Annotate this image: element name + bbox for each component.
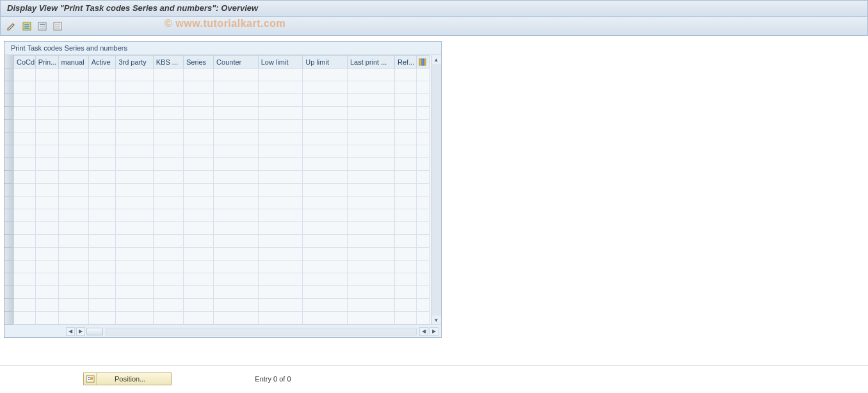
table-cell[interactable] xyxy=(303,132,348,145)
row-selector[interactable] xyxy=(4,261,13,273)
table-cell[interactable] xyxy=(153,248,183,261)
row-selector[interactable] xyxy=(4,68,13,81)
table-row[interactable] xyxy=(14,184,430,196)
table-cell[interactable] xyxy=(35,132,58,145)
table-cell[interactable] xyxy=(395,299,417,312)
table-cell[interactable] xyxy=(214,235,259,248)
table-cell[interactable] xyxy=(183,120,213,132)
table-cell[interactable] xyxy=(347,81,394,94)
table-cell[interactable] xyxy=(258,222,303,235)
table-cell[interactable] xyxy=(303,120,348,132)
column-header[interactable]: Active xyxy=(88,56,116,68)
table-cell[interactable] xyxy=(35,235,58,248)
table-cell[interactable] xyxy=(395,286,417,299)
table-cell[interactable] xyxy=(416,222,429,235)
table-row[interactable] xyxy=(14,196,430,209)
table-cell[interactable] xyxy=(153,299,183,312)
table-cell[interactable] xyxy=(58,273,88,286)
table-cell[interactable] xyxy=(395,184,417,196)
table-row[interactable] xyxy=(14,209,430,222)
table-cell[interactable] xyxy=(14,132,36,145)
table-cell[interactable] xyxy=(347,184,394,196)
table-cell[interactable] xyxy=(153,171,183,184)
deselect-all-icon[interactable] xyxy=(52,20,63,32)
table-cell[interactable] xyxy=(116,299,153,312)
table-cell[interactable] xyxy=(395,94,417,107)
table-cell[interactable] xyxy=(88,120,116,132)
table-cell[interactable] xyxy=(214,299,259,312)
table-row[interactable] xyxy=(14,222,430,235)
table-cell[interactable] xyxy=(88,286,116,299)
table-cell[interactable] xyxy=(116,107,153,120)
table-cell[interactable] xyxy=(58,261,88,273)
table-cell[interactable] xyxy=(153,107,183,120)
table-cell[interactable] xyxy=(258,184,303,196)
table-cell[interactable] xyxy=(416,81,429,94)
table-cell[interactable] xyxy=(395,68,417,81)
table-cell[interactable] xyxy=(35,81,58,94)
table-row[interactable] xyxy=(14,107,430,120)
horizontal-scrollbar[interactable]: ◀ ▶ ◀ ▶ xyxy=(4,325,441,337)
table-cell[interactable] xyxy=(347,196,394,209)
table-cell[interactable] xyxy=(116,312,153,325)
table-cell[interactable] xyxy=(214,132,259,145)
table-cell[interactable] xyxy=(258,81,303,94)
column-header[interactable]: KBS ... xyxy=(153,56,183,68)
column-header[interactable]: Counter xyxy=(214,56,259,68)
column-header[interactable]: Up limit xyxy=(303,56,348,68)
table-cell[interactable] xyxy=(116,209,153,222)
table-cell[interactable] xyxy=(303,299,348,312)
table-cell[interactable] xyxy=(303,312,348,325)
table-row[interactable] xyxy=(14,94,430,107)
column-header[interactable]: manual xyxy=(58,56,88,68)
table-cell[interactable] xyxy=(395,248,417,261)
table-cell[interactable] xyxy=(153,184,183,196)
table-cell[interactable] xyxy=(58,120,88,132)
table-cell[interactable] xyxy=(214,261,259,273)
scroll-up-icon[interactable]: ▲ xyxy=(432,55,441,64)
table-cell[interactable] xyxy=(153,132,183,145)
table-cell[interactable] xyxy=(303,286,348,299)
table-cell[interactable] xyxy=(88,68,116,81)
table-cell[interactable] xyxy=(14,248,36,261)
table-cell[interactable] xyxy=(116,94,153,107)
table-cell[interactable] xyxy=(416,171,429,184)
scroll-thumb[interactable] xyxy=(86,328,103,335)
row-selector[interactable] xyxy=(4,196,13,209)
table-cell[interactable] xyxy=(14,184,36,196)
table-cell[interactable] xyxy=(14,94,36,107)
table-cell[interactable] xyxy=(395,107,417,120)
table-cell[interactable] xyxy=(395,196,417,209)
table-row[interactable] xyxy=(14,312,430,325)
table-cell[interactable] xyxy=(88,184,116,196)
table-cell[interactable] xyxy=(258,158,303,171)
table-cell[interactable] xyxy=(58,171,88,184)
row-selector[interactable] xyxy=(4,286,13,299)
table-cell[interactable] xyxy=(214,171,259,184)
table-cell[interactable] xyxy=(258,261,303,273)
row-selector[interactable] xyxy=(4,132,13,145)
row-selector[interactable] xyxy=(4,120,13,132)
table-cell[interactable] xyxy=(183,248,213,261)
table-cell[interactable] xyxy=(183,286,213,299)
column-header[interactable]: Low limit xyxy=(258,56,303,68)
table-cell[interactable] xyxy=(258,94,303,107)
table-cell[interactable] xyxy=(14,261,36,273)
table-cell[interactable] xyxy=(347,248,394,261)
table-cell[interactable] xyxy=(153,196,183,209)
table-row[interactable] xyxy=(14,171,430,184)
table-cell[interactable] xyxy=(153,94,183,107)
table-cell[interactable] xyxy=(303,273,348,286)
table-cell[interactable] xyxy=(258,171,303,184)
row-selector[interactable] xyxy=(4,158,13,171)
table-cell[interactable] xyxy=(258,120,303,132)
table-row[interactable] xyxy=(14,158,430,171)
table-cell[interactable] xyxy=(14,145,36,158)
table-cell[interactable] xyxy=(183,312,213,325)
table-cell[interactable] xyxy=(35,107,58,120)
table-cell[interactable] xyxy=(347,209,394,222)
table-cell[interactable] xyxy=(35,248,58,261)
table-cell[interactable] xyxy=(116,81,153,94)
scroll-down-icon[interactable]: ▼ xyxy=(432,316,441,325)
row-selector[interactable] xyxy=(4,222,13,235)
